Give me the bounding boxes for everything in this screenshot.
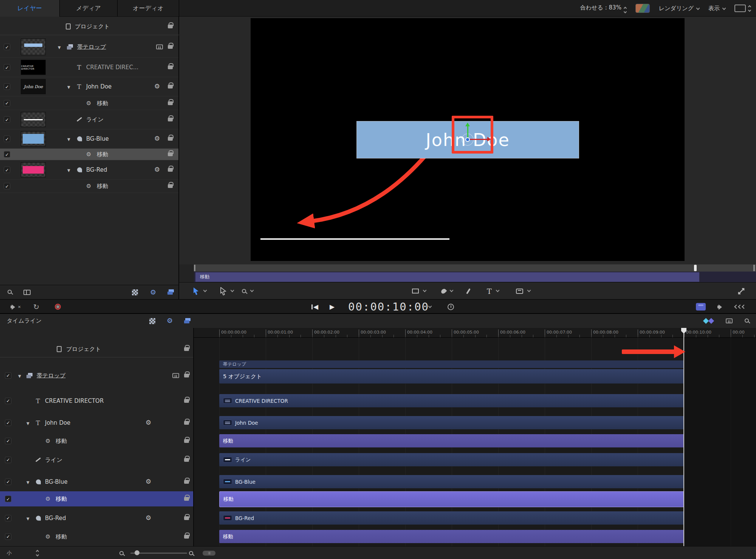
lock-icon[interactable] [168,118,173,121]
range-start-handle[interactable] [194,265,195,271]
timecode-display[interactable]: 00:00:10:00 [348,300,429,314]
lock-icon[interactable] [168,152,173,156]
play-button[interactable]: ▶ [330,300,335,314]
timeline-row-group[interactable]: 帯テロップ [0,369,193,382]
track-bar-behavior-selected[interactable]: 移動 [219,491,684,507]
rendering-dropdown[interactable]: レンダリング [659,5,699,12]
visibility-checkbox[interactable] [5,496,11,502]
lock-icon[interactable] [168,25,173,28]
edit-points-tool[interactable] [220,283,234,300]
keyframe-icon[interactable] [708,318,714,324]
lock-icon[interactable] [184,439,189,443]
layer-row-shape[interactable]: BG-Red [0,160,178,180]
zoom-slider-thumb[interactable] [135,550,139,555]
disclosure-triangle[interactable] [58,43,61,50]
panel-toggle[interactable] [696,300,706,314]
search-icon[interactable] [8,290,12,294]
visibility-checkbox[interactable] [4,116,10,123]
project-row[interactable]: プロジェクト [0,20,178,33]
visibility-checkbox[interactable] [4,167,10,173]
lock-icon[interactable] [184,399,189,403]
zoom-fit-dropdown[interactable]: 合わせる：83% [580,4,626,13]
mini-behavior-bar[interactable]: 移動 [195,272,699,282]
display-options-dropdown[interactable] [734,5,751,12]
timecode-dropdown[interactable] [429,300,431,314]
project-row[interactable]: プロジェクト [0,343,193,356]
scrollbar-thumb[interactable] [203,551,215,556]
disclosure-triangle[interactable] [26,515,29,522]
lock-icon[interactable] [184,480,189,484]
mute-button[interactable]: ✕ [11,300,21,314]
clip-icon[interactable] [156,45,163,50]
mask-tool[interactable] [412,283,426,300]
audio-button[interactable] [717,300,724,314]
zoom-out-button[interactable] [119,547,124,559]
behavior-row-selected[interactable]: 移動 [0,149,178,160]
disclosure-triangle[interactable] [67,83,70,90]
lock-icon[interactable] [184,516,189,520]
lock-icon[interactable] [168,101,173,105]
layers-icon[interactable] [184,318,191,324]
adjustments-gear-icon[interactable] [146,515,151,522]
timeline-row-shape[interactable]: BG-Blue [0,475,193,488]
timeline-row-text[interactable]: CREATIVE DIRECTOR [0,394,193,407]
layer-row-text[interactable]: CREATIVE DIRECTOR CREATIVE DIREC... [0,58,178,77]
timeline-row-behavior[interactable]: 移動 [0,434,193,447]
visibility-checkbox[interactable] [5,419,11,426]
track-bar-text[interactable]: CREATIVE DIRECTOR [219,394,684,407]
track-bar-shape-red[interactable]: BG-Red [219,511,684,525]
lock-icon[interactable] [168,85,173,89]
tab-audio[interactable]: オーディオ [118,0,179,17]
playhead[interactable] [683,328,684,546]
filmstrip-icon[interactable] [726,318,733,323]
lock-icon[interactable] [168,45,173,49]
visibility-checkbox[interactable] [4,44,10,50]
gear-icon[interactable] [167,317,173,325]
mini-playhead[interactable] [694,265,697,271]
lock-icon[interactable] [184,374,189,377]
lock-icon[interactable] [184,458,189,462]
visibility-checkbox[interactable] [4,100,10,106]
zoom-in-button[interactable] [189,547,193,559]
adjustments-gear-icon[interactable] [154,166,160,173]
visibility-checkbox[interactable] [5,515,11,521]
lock-icon[interactable] [168,65,173,69]
record-button[interactable] [55,300,61,314]
adjustments-gear-icon[interactable] [146,419,151,426]
layers-icon[interactable] [167,289,174,295]
lock-icon[interactable] [184,497,189,501]
disclosure-triangle[interactable] [67,135,70,142]
layer-row-group[interactable]: 帯テロップ [0,36,178,58]
text-tool[interactable]: T [487,283,499,300]
checkerboard-icon[interactable] [132,289,138,295]
pointer-tool[interactable] [193,283,206,300]
layer-row-shape[interactable]: BG-Blue [0,129,178,149]
visibility-checkbox[interactable] [5,372,11,379]
group-title-bar[interactable]: 帯テロップ [219,360,684,368]
visibility-checkbox[interactable] [4,84,10,90]
track-bar-shape-blue[interactable]: BG-Blue [219,475,684,488]
visibility-checkbox[interactable] [4,64,10,71]
visibility-checkbox[interactable] [5,438,11,444]
visibility-checkbox[interactable] [4,183,10,189]
checkerboard-icon[interactable] [149,318,155,324]
timeline-row-behavior-selected[interactable]: 移動 [0,491,193,506]
fullscreen-toggle[interactable] [737,283,745,300]
adjustments-gear-icon[interactable] [154,83,160,90]
go-to-start-button[interactable]: ▶ [311,300,318,314]
adjustments-gear-icon[interactable] [154,135,160,142]
bezier-tool[interactable] [442,283,453,300]
range-end-handle[interactable] [753,265,755,271]
visibility-checkbox[interactable] [4,151,10,158]
track-bar-text[interactable]: John Doe [219,416,684,429]
disclosure-triangle[interactable] [18,372,21,379]
disclosure-triangle[interactable] [26,419,29,426]
visibility-checkbox[interactable] [5,533,11,540]
timeline-scrollbar[interactable] [203,547,215,559]
lock-icon[interactable] [168,137,173,141]
disclosure-triangle[interactable] [26,478,29,485]
layout-icon[interactable] [23,290,31,295]
track-bar-behavior[interactable]: 移動 [219,530,684,543]
gear-icon[interactable] [150,289,156,296]
clip-icon[interactable] [172,373,179,378]
